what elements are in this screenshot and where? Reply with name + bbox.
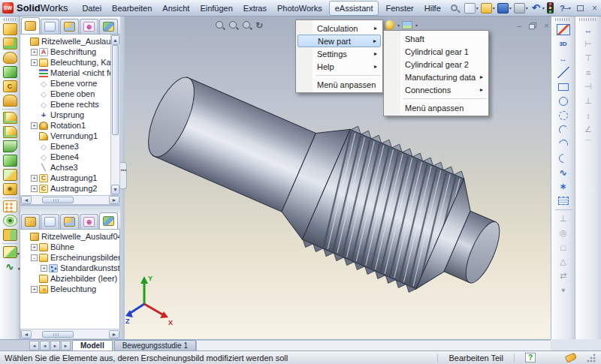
pin-menu-icon[interactable] (451, 5, 458, 11)
axis-icon[interactable]: ╲Achse3 (20, 162, 119, 173)
extruded-cut-icon[interactable] (3, 38, 17, 50)
circle-icon[interactable] (557, 95, 570, 107)
menu-eassistant[interactable]: eAssistant (329, 1, 379, 16)
maximize-button[interactable] (577, 5, 584, 11)
plane-icon[interactable]: ◇Ebene rechts (20, 99, 119, 110)
mirror-entities-icon[interactable]: ⊥ (557, 213, 570, 224)
sketch-icon[interactable] (557, 24, 570, 35)
mirror-icon[interactable] (3, 229, 17, 241)
scroll-right-icon[interactable]: ► (109, 330, 119, 338)
origin-icon[interactable]: +Ursprung (20, 110, 119, 120)
reference-geometry-icon[interactable]: ▾ (3, 246, 17, 258)
hole-wizard-icon[interactable]: ✳ (3, 183, 17, 195)
appearances-folder-icon[interactable]: -Erscheinungsbilder (S (20, 252, 119, 263)
smart-dimension-icon[interactable]: ↔ (581, 24, 595, 35)
revolved-cut-icon[interactable] (3, 95, 17, 107)
vertical-ordinate-icon[interactable]: ↕ (581, 110, 595, 121)
chevron-down-icon[interactable]: » (557, 284, 569, 297)
minimize-button[interactable]: – (563, 4, 569, 13)
dimxpert-tab[interactable]: ⊕ (80, 19, 98, 34)
plane-icon[interactable]: ◇Ebene oben (20, 89, 119, 99)
scene-folder-icon[interactable]: +Bühne (20, 242, 119, 252)
menu-datei[interactable]: Datei (77, 2, 107, 15)
fill-pattern-icon[interactable] (557, 195, 570, 206)
featuremanager-tab[interactable] (21, 17, 40, 34)
submenu-item-cylindrical-gear-2[interactable]: Cylindrical gear 2 (385, 58, 487, 71)
convert-entities-icon[interactable]: □ (557, 242, 570, 253)
rib-icon[interactable] (3, 140, 17, 152)
menu-ansicht[interactable]: Ansicht (157, 2, 195, 15)
new-document-icon[interactable]: ▾ (464, 3, 479, 14)
scrollbar-thumb[interactable] (42, 331, 74, 338)
zoom-area-icon[interactable] (228, 20, 239, 31)
sketch-toolbar-icon[interactable] (555, 209, 572, 210)
rebuild-traffic-light-icon[interactable] (547, 2, 554, 14)
menu-separator[interactable] (403, 98, 487, 99)
lofted-boss-icon[interactable]: C (3, 80, 17, 92)
featuremanager-tab[interactable] (21, 214, 40, 229)
draft-icon[interactable] (3, 169, 17, 181)
last-tab-button[interactable]: ► (61, 341, 71, 350)
fillet-icon[interactable]: Verrundung1 (20, 131, 119, 141)
menu-item-calculation[interactable]: Calculation▸ (297, 22, 381, 35)
lights-cameras-folder-icon[interactable]: +Beleuchtung, Kam (20, 57, 119, 68)
save-icon[interactable]: ▾ (497, 3, 512, 14)
chamfer-icon[interactable] (3, 126, 17, 138)
scrollbar-thumb[interactable] (112, 45, 119, 135)
horizontal-dimension-icon[interactable]: ⊢ (581, 38, 595, 50)
propertymanager-tab[interactable] (41, 214, 59, 229)
line-icon[interactable] (557, 67, 570, 78)
propertymanager-tab[interactable] (41, 19, 59, 34)
menu-item-menue-anpassen[interactable]: Menü anpassen (297, 78, 381, 91)
menu-separator[interactable] (316, 75, 381, 76)
offset-entities-icon[interactable]: ◎ (557, 227, 570, 239)
perimeter-circle-icon[interactable] (557, 110, 570, 121)
ordinate-dimension-icon[interactable]: ⊣ (581, 81, 595, 92)
chevron-down-icon[interactable]: ▾ (397, 23, 400, 28)
displaymanager-tab[interactable] (99, 19, 118, 34)
tree-horizontal-scrollbar[interactable]: ◄ ► (20, 195, 120, 205)
menu-fenster[interactable]: Fenster (380, 2, 418, 15)
feature-toolbar-icon[interactable] (2, 109, 18, 110)
circular-pattern-icon[interactable] (3, 215, 17, 227)
chamfer-dimension-icon[interactable]: ∠ (581, 124, 595, 135)
next-tab-button[interactable]: ► (50, 341, 60, 350)
menu-item-help[interactable]: Help▸ (297, 60, 381, 73)
scrollbar-thumb[interactable] (42, 197, 74, 203)
submenu-item-manufacturing-data[interactable]: Manufacturing data▸ (385, 71, 487, 83)
prev-tab-button[interactable]: ◄ (40, 341, 50, 350)
extruded-boss-icon[interactable] (3, 23, 17, 35)
menu-photoworks[interactable]: PhotoWorks (272, 2, 328, 15)
baseline-dimension-icon[interactable]: ≡ (581, 67, 595, 78)
horizontal-ordinate-icon[interactable]: ⊥ (581, 95, 595, 107)
appearance-icon[interactable]: +Standardkunststo (20, 263, 119, 273)
sketch-dimension-icon[interactable]: ↔ (557, 53, 570, 64)
spline-icon[interactable]: ∿ (557, 167, 570, 178)
menu-hilfe[interactable]: Hilfe (419, 2, 446, 15)
swept-boss-icon[interactable] (3, 66, 17, 78)
lights-folder-icon[interactable]: +Beleuchtung (20, 284, 119, 294)
centerpoint-arc-icon[interactable] (557, 124, 570, 135)
scroll-up-icon[interactable]: ▲ (111, 35, 119, 45)
part-icon[interactable]: Ritzelwelle_Auslauf04 (20, 36, 119, 47)
decals-folder-icon[interactable]: Abziehbilder (leer) (20, 273, 119, 284)
submenu-item-menue-anpassen[interactable]: Menü anpassen (385, 101, 487, 114)
displaymanager-tab[interactable] (99, 212, 118, 229)
scroll-down-icon[interactable]: ▼ (111, 185, 119, 194)
cut-revolve-icon[interactable]: +CAustragung2 (20, 183, 119, 194)
angular-dimension-icon[interactable]: ⌒ (581, 138, 595, 149)
tab-modell[interactable]: Modell (72, 340, 113, 350)
scroll-left-icon[interactable]: ◄ (21, 196, 32, 204)
doc-minimize-button[interactable]: – (517, 21, 521, 30)
edit-appearance-icon[interactable] (385, 20, 394, 30)
menu-bearbeiten[interactable]: Bearbeiten (107, 2, 157, 15)
toolbar-grip[interactable] (4, 18, 16, 21)
plane-icon[interactable]: ◇Ebene4 (20, 152, 119, 162)
menu-einfuegen[interactable]: Einfügen (195, 2, 237, 15)
tangent-arc-icon[interactable] (557, 138, 570, 149)
toolbar-grip[interactable] (555, 18, 571, 21)
feature-toolbar-icon[interactable] (2, 243, 18, 244)
plane-icon[interactable]: ◇Ebene3 (20, 141, 119, 152)
collapse-panel-button[interactable]: ◂◂◂ (120, 162, 127, 189)
doc-close-button[interactable]: × (544, 21, 548, 30)
